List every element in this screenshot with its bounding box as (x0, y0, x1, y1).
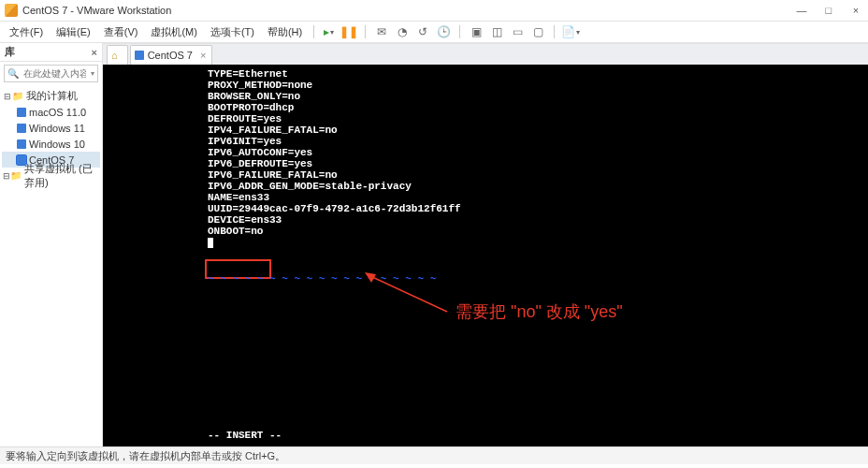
toolbar-separator (459, 25, 460, 38)
tree-root-shared-vms[interactable]: ⊟ 📁 共享虚拟机 (已弃用) (2, 168, 100, 183)
power-dropdown-button[interactable]: ▸▾ (320, 23, 337, 40)
folder-icon: 📁 (12, 91, 23, 101)
tree-item-label: macOS 11.0 (29, 107, 86, 118)
console-button[interactable]: ▭ (509, 23, 526, 40)
home-icon: ⌂ (111, 50, 118, 61)
annotation-text: 需要把 "no" 改成 "yes" (456, 300, 623, 323)
suspend-button[interactable]: ❚❚ (340, 23, 357, 40)
toolbar-separator (365, 25, 366, 38)
vim-tilde-column: ~ ~ ~ ~ ~ ~ ~ ~ ~ ~ ~ ~ ~ ~ ~ ~ ~ ~ ~ (208, 274, 436, 285)
tree-label: 我的计算机 (26, 89, 78, 103)
menu-tabs[interactable]: 选项卡(T) (205, 22, 260, 42)
view-dropdown-button[interactable]: 📄▾ (562, 23, 579, 40)
toolbar-separator (554, 25, 555, 38)
tree-twisty-icon[interactable]: ⊟ (2, 92, 12, 101)
window-close-button[interactable]: × (844, 0, 868, 21)
tab-centos7[interactable]: CentOS 7 × (130, 45, 213, 65)
window-maximize-button[interactable]: □ (817, 0, 841, 21)
revert-button[interactable]: ↺ (414, 23, 431, 40)
tree-item-win11[interactable]: Windows 11 (2, 120, 100, 136)
tree-item-macos[interactable]: macOS 11.0 (2, 104, 100, 120)
sidebar-close-button[interactable]: × (92, 47, 97, 58)
menu-help[interactable]: 帮助(H) (262, 22, 308, 42)
menu-separator (313, 25, 314, 38)
status-bar: 要将输入定向到该虚拟机，请在虚拟机内部单击或按 Ctrl+G。 (0, 446, 868, 464)
menu-bar: 文件(F) 编辑(E) 查看(V) 虚拟机(M) 选项卡(T) 帮助(H) ▸▾… (0, 22, 868, 43)
tree-item-win10[interactable]: Windows 10 (2, 136, 100, 152)
vm-icon (17, 124, 26, 133)
fullscreen-button[interactable]: ▣ (468, 23, 485, 40)
search-input[interactable] (22, 67, 88, 80)
unity-button[interactable]: ◫ (488, 23, 505, 40)
main-area: ⌂ CentOS 7 × TYPE=Ethernet PROXY_METHOD=… (103, 43, 868, 446)
window-titlebar: CentOS 7 - VMware Workstation — □ × (0, 0, 868, 22)
menu-file[interactable]: 文件(F) (4, 22, 49, 42)
snapshot-manager-button[interactable]: ◔ (394, 23, 411, 40)
folder-icon: 📁 (10, 170, 22, 181)
terminal-text: TYPE=Ethernet PROXY_METHOD=none BROWSER_… (208, 68, 461, 248)
search-icon: 🔍 (5, 68, 22, 79)
vmware-app-icon (5, 4, 18, 17)
camera-button[interactable]: 🕒 (435, 23, 452, 40)
tree-item-label: Windows 10 (29, 139, 85, 150)
window-title: CentOS 7 - VMware Workstation (22, 5, 789, 16)
vm-console[interactable]: TYPE=Ethernet PROXY_METHOD=none BROWSER_… (103, 65, 868, 446)
sidebar-search[interactable]: 🔍 ▾ (4, 65, 98, 82)
menu-vm[interactable]: 虚拟机(M) (145, 22, 203, 42)
terminal-cursor (208, 238, 213, 248)
tab-label: CentOS 7 (148, 50, 193, 61)
tab-home[interactable]: ⌂ (107, 45, 128, 65)
library-sidebar: 库 × 🔍 ▾ ⊟ 📁 我的计算机 macOS 11.0 Windows 11 (0, 43, 103, 446)
vm-icon (17, 108, 26, 117)
search-dropdown-button[interactable]: ▾ (88, 69, 97, 78)
toolbar: ▸▾ ❚❚ ✉ ◔ ↺ 🕒 ▣ ◫ ▭ ▢ 📄▾ (320, 23, 579, 40)
status-text: 要将输入定向到该虚拟机，请在虚拟机内部单击或按 Ctrl+G。 (6, 449, 285, 463)
tab-bar: ⌂ CentOS 7 × (103, 44, 868, 65)
sidebar-title: 库 (5, 45, 15, 59)
tree-root-my-computer[interactable]: ⊟ 📁 我的计算机 (2, 88, 100, 104)
vim-mode-line: -- INSERT -- (208, 430, 282, 441)
stretch-button[interactable]: ▢ (529, 23, 546, 40)
snapshot-button[interactable]: ✉ (373, 23, 390, 40)
vm-icon (17, 139, 26, 149)
menu-view[interactable]: 查看(V) (98, 22, 144, 42)
window-minimize-button[interactable]: — (789, 0, 814, 21)
tree-twisty-icon[interactable]: ⊟ (2, 171, 10, 181)
vm-icon (135, 51, 144, 60)
vm-tree: ⊟ 📁 我的计算机 macOS 11.0 Windows 11 Windows … (0, 85, 102, 186)
tree-item-label: Windows 11 (29, 123, 85, 134)
sidebar-header: 库 × (0, 43, 102, 62)
menu-edit[interactable]: 编辑(E) (51, 22, 96, 42)
tab-close-button[interactable]: × (200, 50, 206, 61)
tree-label: 共享虚拟机 (已弃用) (24, 162, 100, 190)
